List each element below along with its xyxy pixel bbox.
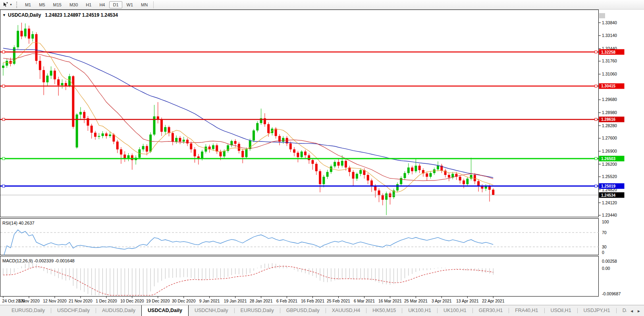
svg-text:1.32258: 1.32258 [601,50,616,54]
toolbar-separator [153,1,154,8]
tab-eurusd-daily[interactable]: EURUSD,Daily [235,305,280,316]
date-tick-label: 3 Apr 2021 [432,299,452,303]
tab-uk100-h1[interactable]: UK100,H1 [402,305,437,316]
chevron-down-icon: ▼ [10,3,12,6]
date-tick-label: 3 Nov 2020 [18,299,40,303]
time-axis[interactable]: 24 Oct 20203 Nov 202012 Nov 202021 Nov 2… [0,297,644,305]
tab-usdjpy-h1[interactable]: USDJPY,H1 [578,305,616,316]
svg-text:1.33140: 1.33140 [602,33,617,38]
horizontal-levels[interactable] [0,51,599,195]
macd-axis-label: -0.009687 [602,291,621,296]
svg-text:1.24120: 1.24120 [602,200,617,205]
date-tick-label: 19 Jan 2021 [224,299,247,303]
svg-text:USDCAD,Daily1.24823 1.24897 1.: USDCAD,Daily1.24823 1.24897 1.24519 1.24… [8,12,118,18]
trading-terminal-window: ▼ M1M5M15M30H1H4D1W1MN 1.338401.331401.3… [0,0,644,316]
date-tick-label: 1 Dec 2020 [96,299,117,303]
date-tick-label: 9 Jan 2021 [199,299,220,303]
macd-histogram [3,262,493,296]
date-tick-label: 10 Dec 2020 [120,299,144,303]
tab-usdcnh-daily[interactable]: USDCNH,Daily [189,305,234,316]
svg-text:1.25520: 1.25520 [602,174,617,179]
timeframe-button-m1[interactable]: M1 [21,1,35,8]
svg-text:1.28280: 1.28280 [602,123,617,128]
svg-text:1.29680: 1.29680 [602,97,617,102]
tab-gbpusd-daily[interactable]: GBPUSD,Daily [280,305,326,316]
title-expand-caret[interactable]: ▼ [2,13,6,17]
date-ticks: 24 Oct 20203 Nov 202012 Nov 202021 Nov 2… [2,297,504,303]
date-tick-label: 30 Dec 2020 [172,299,196,303]
chart-symbol: USDCAD,Daily [8,12,41,18]
cursor-tool-button[interactable]: ▼ [0,0,14,9]
axis-scroll-marker[interactable] [599,13,605,18]
toolbar-grip[interactable] [16,2,19,8]
timeframe-button-w1[interactable]: W1 [123,1,137,8]
chart-ohlc-values: 1.24823 1.24897 1.24519 1.24534 [45,12,118,18]
macd-indicator-pane[interactable]: MACD(12,26,9) -0.002339 -0.0016480.00258… [0,256,644,297]
chart-title: ▼ USDCAD,Daily1.24823 1.24897 1.24519 1.… [2,12,118,18]
svg-text:1.25019: 1.25019 [601,184,616,188]
svg-text:1.33840: 1.33840 [602,20,617,25]
tab-xauusd-h4[interactable]: XAUUSD,H4 [326,305,366,316]
tab-hk50-m15[interactable]: HK50,M15 [366,305,402,316]
rsi-axis-label: 100 [602,219,609,224]
date-tick-label: 16 Feb 2021 [301,299,324,303]
svg-text:1.27600: 1.27600 [602,136,617,140]
rsi-axis-label: 70 [602,230,607,235]
price-axis[interactable]: 1.338401.331401.324401.317601.310601.296… [599,20,625,218]
macd-axis-label: 0.00258 [602,259,617,264]
date-tick-label: 19 Dec 2020 [146,299,170,303]
svg-text:1.26503: 1.26503 [601,157,616,161]
timeframe-button-m5[interactable]: M5 [35,1,48,8]
svg-text:1.24534: 1.24534 [601,193,616,198]
date-tick-label: 16 Mar 2021 [378,299,402,303]
date-tick-label: 25 Feb 2021 [327,299,350,303]
svg-text:1.26900: 1.26900 [602,149,617,153]
macd-label: MACD(12,26,9) -0.002339 -0.001648 [2,258,75,263]
rsi-indicator-pane[interactable]: RSI(14) 40.263710070300 [0,218,644,255]
timeframe-button-h4[interactable]: H4 [96,1,108,8]
date-tick-label: 13 Apr 2021 [456,299,479,303]
svg-text:1.28980: 1.28980 [602,110,617,115]
tab-usdcad-daily[interactable]: USDCAD,Daily [141,305,189,316]
date-tick-label: 25 Mar 2021 [404,299,428,303]
tab-uk100-h1[interactable]: UK100,H1 [438,305,472,316]
tab-dj30-weekly[interactable]: DJ30,Weekly [617,305,627,316]
svg-text:1.31060: 1.31060 [602,72,617,76]
rsi-label: RSI(14) 40.2637 [2,221,35,225]
svg-text:1.30415: 1.30415 [601,84,616,88]
svg-text:1.23440: 1.23440 [602,213,617,217]
tab-fra40-h1[interactable]: FRA40,H1 [509,305,544,316]
date-tick-label: 22 Apr 2021 [482,299,505,303]
tab-scroll-left-icon[interactable]: ◄ [630,309,634,313]
timeframe-button-d1[interactable]: D1 [109,1,122,8]
tab-scroll-arrows: ◄ ► [627,305,644,316]
main-chart-pane[interactable]: 1.338401.331401.324401.317601.310601.296… [0,10,644,217]
tab-usdchf-daily[interactable]: USDCHF,Daily [51,305,96,316]
svg-text:1.26200: 1.26200 [602,162,617,167]
tab-scroll-right-icon[interactable]: ► [637,309,641,313]
timeframe-button-m30[interactable]: M30 [66,1,81,8]
macd-axis-label: 0.00 [602,266,610,271]
cursor-crosshair-icon [2,2,8,8]
date-tick-label: 21 Nov 2020 [69,299,93,303]
timeframe-toolbar: ▼ M1M5M15M30H1H4D1W1MN [0,0,644,10]
date-tick-label: 6 Mar 2021 [354,299,375,303]
rsi-border [0,219,599,255]
timeframe-button-h1[interactable]: H1 [82,1,95,8]
date-tick-label: 28 Jan 2021 [250,299,273,303]
tab-eurusd-daily[interactable]: EURUSD,Daily [6,305,51,316]
tab-usoil-h1[interactable]: USOil,H1 [545,305,577,316]
rsi-axis-label: 0 [602,250,604,255]
date-tick-label: 12 Nov 2020 [43,299,67,303]
tab-ger30-h1[interactable]: GER30,H1 [473,305,509,316]
svg-text:1.31760: 1.31760 [602,58,617,63]
svg-text:1.28616: 1.28616 [601,117,616,122]
rsi-axis-label: 30 [602,244,607,249]
macd-border [0,256,599,297]
chart-tabs-bar: EURUSD,DailyUSDCHF,DailyAUDUSD,DailyUSDC… [0,305,644,316]
tab-audusd-daily[interactable]: AUDUSD,Daily [96,305,141,316]
timeframe-button-mn[interactable]: MN [137,1,151,8]
date-tick-label: 6 Feb 2021 [276,299,297,303]
timeframe-button-m15[interactable]: M15 [50,1,65,8]
timeframe-buttons: M1M5M15M30H1H4D1W1MN [21,0,152,9]
